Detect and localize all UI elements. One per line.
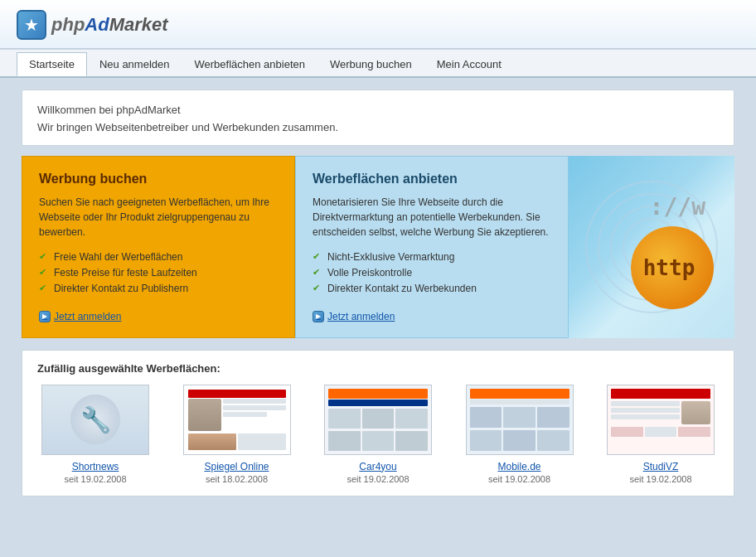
thumb-label-car4you[interactable]: Car4you	[359, 460, 396, 472]
promo-left-link-text: Jetzt anmelden	[54, 311, 121, 322]
nav-link-werbeflaechen-anbieten[interactable]: Werbeflächen anbieten	[182, 52, 317, 75]
car4you-subbar	[328, 400, 428, 406]
logo-php: php	[51, 14, 85, 35]
nav-list: Startseite Neu anmelden Werbeflächen anb…	[17, 50, 739, 76]
spiegel-person-img	[188, 399, 221, 431]
thumb-item-shortnews: 🔧 Shortnews seit 19.02.2008	[37, 385, 153, 484]
thumb-item-car4you: Car4you seit 19.02.2008	[320, 385, 436, 484]
thumb-label-shortnews[interactable]: Shortnews	[72, 460, 119, 472]
studivz-mockup	[609, 387, 712, 453]
nav-item-werbeflaechen-anbieten[interactable]: Werbeflächen anbieten	[182, 50, 317, 76]
promo-right-features: Nicht-Exklusive Vermarktung Volle Preisk…	[313, 249, 551, 298]
nav-link-mein-account[interactable]: Mein Account	[424, 52, 514, 75]
spiegel-header-bar	[188, 390, 286, 398]
thumb-link-studivz[interactable]: StudiVZ	[643, 461, 679, 472]
logo-ad: Ad	[85, 14, 109, 35]
logo-text: phpAdMarket	[51, 14, 168, 36]
welcome-line2: Wir bringen Webseitenbetreiber und Werbe…	[37, 119, 719, 137]
promo-left: Werbung buchen Suchen Sie nach geeignete…	[22, 156, 295, 338]
thumb-item-spiegel: Spiegel Online seit 18.02.2008	[179, 385, 295, 484]
thumb-img-studivz	[607, 385, 715, 455]
promo-right-link-icon: ▶	[313, 311, 324, 322]
promo-right-register-link[interactable]: ▶ Jetzt anmelden	[313, 311, 395, 322]
studivz-header-bar	[611, 389, 710, 399]
promo-right-title: Werbeflächen anbieten	[313, 172, 551, 186]
car4you-grid	[328, 409, 428, 429]
promo-left-desc: Suchen Sie nach geeigneten Werbeflächen,…	[39, 195, 278, 240]
werbeflaechen-section: Zufällig ausgewählte Werbeflächen: 🔧 Sho…	[22, 350, 734, 496]
car4you-mockup	[327, 387, 429, 453]
promo-left-feature-3: Direkter Kontakt zu Publishern	[39, 281, 278, 297]
promo-left-register-link[interactable]: ▶ Jetzt anmelden	[39, 311, 121, 322]
promo-right-feature-3: Direkter Kontakt zu Werbekunden	[313, 281, 551, 297]
logo-area: ★ phpAdMarket	[17, 10, 739, 40]
thumb-img-shortnews: 🔧	[41, 385, 149, 455]
thumb-date-shortnews: seit 19.02.2008	[64, 474, 126, 484]
mobile-header-bar	[470, 389, 569, 399]
mobile-grid	[470, 407, 569, 428]
thumb-label-mobile[interactable]: Mobile.de	[497, 460, 540, 472]
spiegel-mockup	[187, 388, 288, 452]
promo-left-title: Werbung buchen	[39, 172, 278, 186]
spiegel-bottom	[188, 433, 286, 450]
thumb-label-studivz[interactable]: StudiVZ	[643, 460, 679, 472]
promo-right-link-text: Jetzt anmelden	[327, 311, 395, 322]
promo-left-feature-1: Freie Wahl der Werbeflächen	[39, 249, 278, 265]
promo-left-features: Freie Wahl der Werbeflächen Feste Preise…	[39, 249, 278, 298]
promo-left-link-icon: ▶	[39, 311, 51, 322]
thumb-date-spiegel: seit 18.02.2008	[206, 474, 268, 484]
thumb-date-mobile: seit 19.02.2008	[488, 474, 550, 484]
logo-star-icon: ★	[17, 10, 46, 40]
promo-left-feature-2: Feste Preise für feste Laufzeiten	[39, 265, 278, 281]
main-content: Willkommen bei phpAdMarket Wir bringen W…	[22, 90, 734, 496]
promo-area: Werbung buchen Suchen Sie nach geeignete…	[22, 156, 734, 338]
promo-right: Werbeflächen anbieten Monetarisieren Sie…	[295, 156, 569, 338]
car4you-header-bar	[328, 389, 428, 399]
spiegel-content	[188, 399, 286, 431]
promo-right-feature-2: Volle Preiskontrolle	[313, 265, 551, 281]
thumb-label-spiegel[interactable]: Spiegel Online	[204, 460, 269, 472]
spiegel-text-area	[223, 399, 286, 431]
nav-link-werbung-buchen[interactable]: Werbung buchen	[317, 52, 424, 75]
car4you-grid2	[328, 431, 428, 451]
nav-link-neu-anmelden[interactable]: Neu anmelden	[87, 52, 182, 75]
nav-item-startseite[interactable]: Startseite	[17, 50, 87, 76]
promo-right-desc: Monetarisieren Sie Ihre Webseite durch d…	[313, 195, 551, 240]
thumb-link-car4you[interactable]: Car4you	[359, 461, 396, 472]
mobile-grid2	[470, 430, 569, 451]
thumb-link-spiegel[interactable]: Spiegel Online	[204, 461, 269, 472]
welcome-line1: Willkommen bei phpAdMarket	[37, 102, 719, 119]
nav-item-werbung-buchen[interactable]: Werbung buchen	[317, 50, 424, 76]
tools-icon: 🔧	[70, 395, 120, 444]
thumb-item-studivz: StudiVZ seit 19.02.2008	[603, 385, 719, 484]
studivz-content	[611, 401, 710, 425]
thumb-item-mobile: Mobile.de seit 19.02.2008	[462, 385, 578, 484]
nav-item-neu-anmelden[interactable]: Neu anmelden	[87, 50, 182, 76]
nav-item-mein-account[interactable]: Mein Account	[424, 50, 514, 76]
thumb-date-car4you: seit 19.02.2008	[346, 474, 409, 484]
nav-link-startseite[interactable]: Startseite	[17, 52, 87, 76]
promo-right-feature-1: Nicht-Exklusive Vermarktung	[313, 249, 551, 265]
welcome-box: Willkommen bei phpAdMarket Wir bringen W…	[22, 90, 734, 146]
header: ★ phpAdMarket	[0, 0, 756, 49]
thumb-img-car4you	[324, 385, 432, 455]
thumb-img-mobile	[466, 385, 574, 455]
globe-graphic: ://w http	[581, 177, 722, 317]
thumb-link-mobile[interactable]: Mobile.de	[497, 461, 540, 472]
mobile-mockup	[468, 387, 571, 453]
navigation: Startseite Neu anmelden Werbeflächen anb…	[0, 49, 756, 78]
logo-market: Market	[109, 14, 168, 35]
thumb-date-studivz: seit 19.02.2008	[629, 474, 691, 484]
werbeflaechen-section-title: Zufällig ausgewählte Werbeflächen:	[37, 362, 719, 375]
thumb-link-shortnews[interactable]: Shortnews	[72, 461, 119, 472]
promo-image-area: ://w http	[569, 156, 734, 338]
http-text: ://w	[650, 193, 705, 220]
globe-orange-sphere: http	[631, 226, 714, 309]
thumb-img-spiegel	[183, 385, 291, 455]
thumbnails-row: 🔧 Shortnews seit 19.02.2008	[37, 385, 719, 484]
studivz-person	[681, 401, 710, 425]
